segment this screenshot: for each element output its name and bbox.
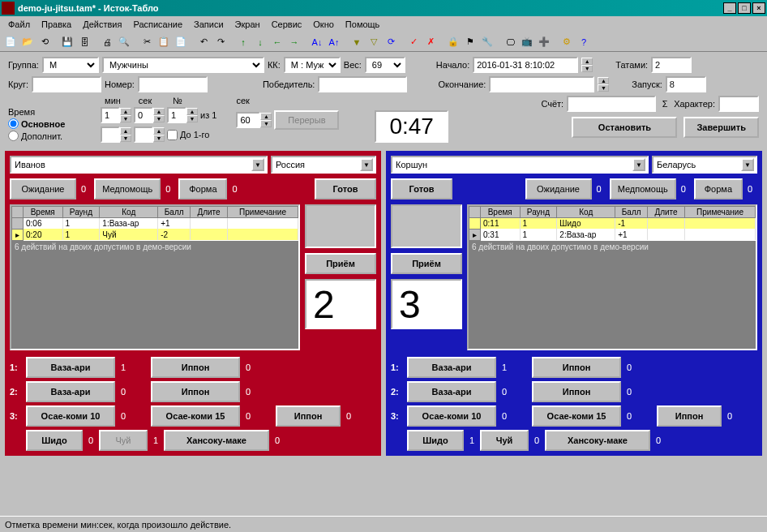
blue-1-vazaari[interactable]: Ваза-ари [407, 357, 496, 378]
minimize-button[interactable]: _ [723, 2, 736, 14]
red-country-select[interactable]: Россия▼ [271, 156, 376, 174]
help-icon[interactable]: ? [576, 35, 591, 49]
refresh-icon[interactable]: ⟳ [384, 35, 398, 49]
blue-3-ippon[interactable]: Иппон [657, 405, 722, 427]
filter2-icon[interactable]: ▽ [366, 35, 381, 49]
save-icon[interactable]: 💾 [60, 35, 75, 49]
maximize-button[interactable]: □ [738, 2, 751, 14]
red-3-osae15[interactable]: Осае-коми 15 [151, 405, 240, 427]
blue-1-ippon[interactable]: Иппон [532, 357, 621, 378]
blue-3-osae15[interactable]: Осае-коми 15 [532, 405, 621, 427]
saveall-icon[interactable]: 🗄 [77, 35, 92, 49]
main-radio[interactable]: Основное [8, 118, 97, 129]
lock-icon[interactable]: 🔒 [446, 35, 461, 49]
red-3-ippon[interactable]: Иппон [276, 405, 341, 427]
menu-service[interactable]: Сервис [267, 18, 307, 31]
nav-icon[interactable]: ⟲ [37, 35, 52, 49]
sec-input[interactable] [134, 107, 153, 123]
sec2b-input[interactable] [134, 127, 153, 143]
stop-button[interactable]: Остановить [572, 117, 677, 138]
blue-ready-button[interactable]: Готов [391, 178, 452, 200]
sort-asc-icon[interactable]: A↓ [310, 35, 324, 49]
arrow-down-icon[interactable]: ↓ [253, 35, 268, 49]
end-down[interactable]: ▼ [598, 84, 609, 92]
display-icon[interactable]: 📺 [520, 35, 534, 49]
redo-icon[interactable]: ↷ [213, 35, 228, 49]
menu-actions[interactable]: Действия [78, 18, 126, 31]
blue-3-osae10[interactable]: Осае-коми 10 [407, 405, 496, 427]
start-up[interactable]: ▲ [581, 58, 593, 65]
blue-chui[interactable]: Чуй [480, 430, 529, 451]
screen-icon[interactable]: 🖵 [503, 35, 517, 49]
cut-icon[interactable]: ✂ [139, 35, 154, 49]
sort-desc-icon[interactable]: A↑ [327, 35, 341, 49]
group-select[interactable]: М [42, 57, 99, 73]
winner-input[interactable] [318, 76, 407, 92]
menu-help[interactable]: Помощь [341, 18, 385, 31]
start-down[interactable]: ▼ [581, 65, 593, 72]
red-shido[interactable]: Шидо [26, 430, 83, 451]
menu-schedule[interactable]: Расписание [128, 18, 187, 31]
group-name-select[interactable]: Мужчины [102, 57, 264, 73]
red-chui[interactable]: Чуй [99, 430, 148, 451]
red-3-osae10[interactable]: Осае-коми 10 [26, 405, 115, 427]
plus-icon[interactable]: ➕ [537, 35, 551, 49]
extra-radio[interactable]: Дополнит. [8, 131, 97, 141]
sec2-input[interactable] [236, 112, 260, 128]
weight-select[interactable]: 69 [365, 57, 405, 73]
close-button[interactable]: × [752, 2, 765, 14]
red-2-ippon[interactable]: Иппон [151, 381, 240, 402]
end-up[interactable]: ▲ [598, 77, 609, 84]
menu-file[interactable]: Файл [3, 18, 35, 31]
score-input[interactable] [567, 96, 656, 112]
blue-accept-button[interactable]: Приём [391, 253, 462, 274]
blue-hansoku[interactable]: Хансоку-маке [545, 430, 650, 451]
red-grid[interactable]: ВремяРаундКодБаллДлитеПримечание 0:0611:… [10, 204, 300, 350]
blue-2-ippon[interactable]: Иппон [532, 381, 621, 402]
red-accept-button[interactable]: Приём [305, 253, 376, 274]
red-1-vazaari[interactable]: Ваза-ари [26, 357, 115, 378]
red-form-button[interactable]: Форма [178, 178, 227, 200]
undo-icon[interactable]: ↶ [196, 35, 211, 49]
menu-screen[interactable]: Экран [230, 18, 265, 31]
red-fighter-select[interactable]: Иванов▼ [10, 156, 268, 174]
arrow-left-icon[interactable]: ← [270, 35, 285, 49]
blue-shido[interactable]: Шидо [407, 430, 464, 451]
flag-icon[interactable]: ⚑ [463, 35, 478, 49]
upto-check[interactable]: До 1-го [167, 130, 209, 140]
number-input[interactable] [138, 76, 208, 92]
preview-icon[interactable]: 🔍 [117, 35, 131, 49]
num-input[interactable] [167, 107, 186, 123]
menu-records[interactable]: Записи [189, 18, 229, 31]
red-med-button[interactable]: Медпомощь [94, 178, 161, 200]
red-1-ippon[interactable]: Иппон [151, 357, 240, 378]
blue-country-select[interactable]: Беларусь▼ [652, 156, 757, 174]
copy-icon[interactable]: 📋 [156, 35, 171, 49]
arrow-up-icon[interactable]: ↑ [236, 35, 251, 49]
blue-grid[interactable]: ВремяРаундКодБаллДлитеПримечание 0:111Ши… [467, 204, 757, 350]
filter-icon[interactable]: ▼ [349, 35, 364, 49]
check-icon[interactable]: ✓ [406, 35, 421, 49]
round-input[interactable] [32, 76, 101, 92]
blue-wait-button[interactable]: Ожидание [525, 178, 592, 200]
print-icon[interactable]: 🖨 [100, 35, 114, 49]
end-input[interactable] [489, 76, 594, 92]
kk-select[interactable]: М : Мужчи [284, 57, 341, 73]
launch-input[interactable] [666, 76, 706, 92]
red-hansoku[interactable]: Хансоку-маке [164, 430, 269, 451]
cross-icon[interactable]: ✗ [423, 35, 438, 49]
break-button[interactable]: Перерыв [274, 110, 339, 130]
blue-fighter-select[interactable]: Коршун▼ [391, 156, 649, 174]
menu-window[interactable]: Окно [308, 18, 339, 31]
blue-form-button[interactable]: Форма [694, 178, 743, 200]
finish-button[interactable]: Завершить [683, 117, 759, 138]
start-input[interactable] [473, 57, 578, 73]
open-icon[interactable]: 📂 [20, 35, 35, 49]
gear-icon[interactable]: ⚙ [559, 35, 574, 49]
blue-med-button[interactable]: Медпомощь [610, 178, 676, 200]
new-icon[interactable]: 📄 [3, 35, 18, 49]
tatami-input[interactable] [651, 57, 692, 73]
red-ready-button[interactable]: Готов [315, 178, 376, 200]
red-wait-button[interactable]: Ожидание [10, 178, 76, 200]
tool-icon[interactable]: 🔧 [480, 35, 495, 49]
